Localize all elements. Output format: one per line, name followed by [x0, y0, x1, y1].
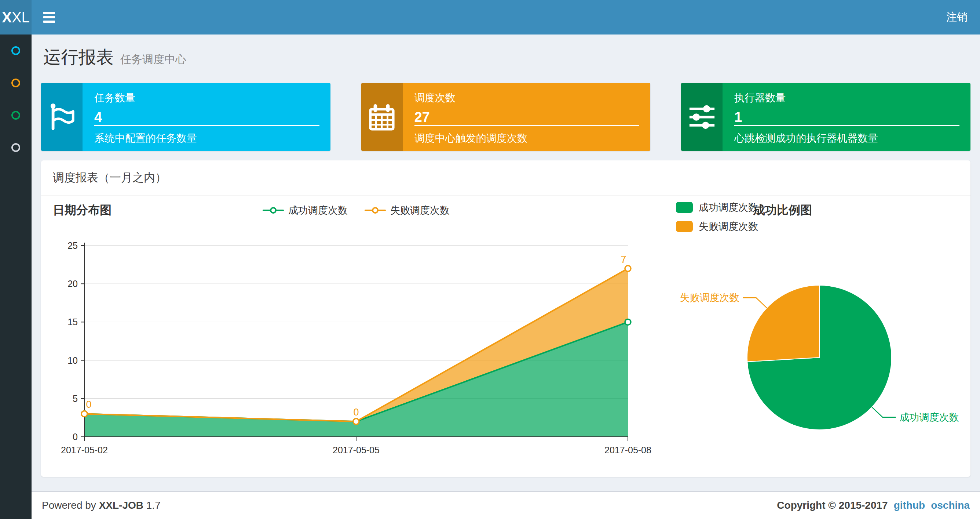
brand-version: 1.7	[146, 500, 161, 511]
sidebar-item-job-manage[interactable]	[0, 67, 32, 99]
y-tick-label: 0	[73, 432, 78, 442]
page-title: 运行报表	[43, 46, 114, 69]
app-logo[interactable]: XXL	[0, 0, 32, 35]
copyright-text: Copyright © 2015-2017	[777, 500, 888, 511]
point-marker-series-1	[353, 418, 359, 424]
main-content: 运行报表 任务调度中心 任务数量 4 系统中配置的任务数量	[32, 35, 980, 477]
legend-label: 成功调度次数	[288, 204, 348, 217]
legend-swatch	[676, 202, 693, 213]
legend-item-success[interactable]: 成功调度次数	[262, 204, 348, 217]
line-chart: 05101520252017-05-022017-05-052017-05-08…	[61, 240, 651, 455]
stat-card-label: 调度次数	[414, 91, 640, 105]
top-navbar: XXL 注销	[0, 0, 980, 35]
sidebar-toggle-icon[interactable]	[40, 8, 59, 26]
github-link[interactable]: github	[894, 500, 925, 511]
point-label: 0	[86, 399, 91, 410]
logo-rest-text: XL	[12, 9, 30, 26]
stat-card-label: 任务数量	[94, 91, 320, 105]
pie-chart-title: 成功比例图	[753, 202, 812, 219]
stat-card-value: 1	[734, 109, 959, 125]
y-tick-label: 20	[67, 279, 78, 289]
stat-card-label: 执行器数量	[734, 91, 959, 105]
stat-card-body: 任务数量 4 系统中配置的任务数量	[83, 83, 331, 151]
stat-card-value: 27	[414, 109, 640, 125]
legend-label: 失败调度次数	[390, 204, 450, 217]
stat-card-value: 4	[94, 109, 320, 125]
stat-card-body: 调度次数 27 调度中心触发的调度次数	[403, 83, 651, 151]
x-tick-label: 2017-05-08	[605, 445, 651, 455]
footer-right: Copyright © 2015-2017 github oschina	[777, 500, 970, 511]
circle-o-icon	[11, 78, 20, 87]
pie-label-line	[743, 298, 767, 308]
y-tick-label: 10	[67, 355, 78, 366]
sliders-icon	[681, 83, 722, 151]
pie-chart-legend: 成功调度次数 失败调度次数	[676, 201, 758, 239]
point-label: 0	[353, 407, 359, 418]
page-footer: Powered by XXL-JOB 1.7 Copyright © 2015-…	[32, 491, 980, 519]
stat-card-description: 调度中心触发的调度次数	[414, 126, 640, 152]
pie-label-line	[872, 407, 896, 417]
pie-slice-1	[747, 285, 819, 361]
y-tick-label: 5	[73, 393, 78, 404]
stat-card-body: 执行器数量 1 心跳检测成功的执行器机器数量	[722, 83, 970, 151]
panel-body: 05101520252017-05-022017-05-052017-05-08…	[41, 196, 970, 477]
sidebar-item-executor-manage[interactable]	[0, 131, 32, 164]
circle-o-icon	[11, 46, 20, 55]
x-tick-label: 2017-05-05	[332, 445, 380, 455]
stat-card-description: 心跳检测成功的执行器机器数量	[734, 126, 959, 152]
xxl-job-dashboard: XXL 注销 运行报表 任务调度中心	[0, 0, 980, 519]
page-subtitle: 任务调度中心	[120, 52, 186, 67]
line-chart-legend: 成功调度次数 失败调度次数	[262, 204, 450, 217]
calendar-icon	[361, 83, 403, 151]
brand-name: XXL-JOB	[99, 500, 143, 511]
stat-cards-row: 任务数量 4 系统中配置的任务数量	[41, 83, 970, 151]
powered-by-text: Powered by XXL-JOB 1.7	[42, 500, 161, 511]
legend-circle-marker	[270, 207, 277, 214]
logout-link[interactable]: 注销	[934, 0, 980, 35]
line-chart-title: 日期分布图	[53, 202, 111, 219]
y-tick-label: 15	[67, 317, 78, 327]
point-marker-series-1	[81, 411, 87, 417]
logo-bold-text: X	[2, 9, 12, 26]
legend-label: 成功调度次数	[699, 201, 758, 214]
legend-line-marker	[364, 209, 386, 211]
charts-canvas: 05101520252017-05-022017-05-052017-05-08…	[41, 196, 970, 477]
pie-slice-label: 失败调度次数	[680, 292, 740, 303]
sidebar	[0, 35, 32, 519]
flag-icon	[41, 83, 83, 151]
legend-label: 失败调度次数	[699, 220, 758, 233]
legend-circle-marker	[372, 207, 379, 214]
pie-legend-item-success[interactable]: 成功调度次数	[676, 201, 758, 214]
page-header: 运行报表 任务调度中心	[41, 35, 970, 83]
pie-chart: 成功调度次数失败调度次数	[680, 285, 959, 430]
circle-o-icon	[11, 143, 20, 152]
stat-card-trigger-count: 调度次数 27 调度中心触发的调度次数	[361, 83, 651, 151]
legend-line-marker	[262, 209, 284, 211]
legend-item-fail[interactable]: 失败调度次数	[364, 204, 450, 217]
stat-card-executor-count: 执行器数量 1 心跳检测成功的执行器机器数量	[681, 83, 970, 151]
pie-slice-label: 成功调度次数	[899, 412, 959, 423]
point-label: 7	[620, 254, 626, 265]
y-tick-label: 25	[67, 240, 78, 251]
point-marker-series-1	[625, 266, 631, 271]
sidebar-item-job-log[interactable]	[0, 99, 32, 131]
circle-o-icon	[11, 111, 20, 120]
sidebar-item-dashboard[interactable]	[0, 35, 32, 67]
stat-card-description: 系统中配置的任务数量	[94, 126, 320, 152]
panel-title: 调度报表（一月之内）	[41, 160, 970, 196]
stat-card-job-count: 任务数量 4 系统中配置的任务数量	[41, 83, 331, 151]
x-tick-label: 2017-05-02	[61, 445, 108, 455]
legend-swatch	[676, 221, 693, 232]
pie-legend-item-fail[interactable]: 失败调度次数	[676, 220, 758, 233]
point-marker-series-0	[625, 319, 631, 325]
schedule-report-panel: 调度报表（一月之内） 05101520252017-05-022017-05-0…	[41, 160, 970, 477]
oschina-link[interactable]: oschina	[931, 500, 970, 511]
